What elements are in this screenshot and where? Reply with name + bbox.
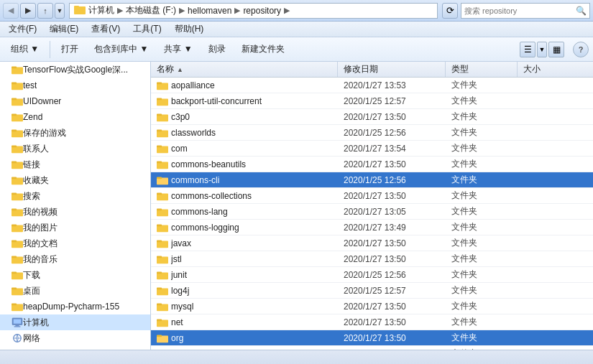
col-type-header[interactable]: 类型 [446,62,518,77]
menu-file[interactable]: 文件(F) [3,22,42,37]
svg-rect-41 [157,82,162,84]
file-date-cell: 2020/1/27 13:50 [338,317,446,327]
sidebar-item-contacts[interactable]: 联系人 [0,141,150,157]
table-row[interactable]: backport-util-concurrent 2020/1/25 12:57… [151,93,593,109]
sidebar-item-tensorflow[interactable]: TensorFlow实战Google深... [0,62,150,78]
svg-rect-29 [12,272,17,274]
search-bar[interactable]: 🔍 [461,3,590,19]
table-row[interactable]: junit 2020/1/25 12:56 文件夹 [151,267,593,283]
sidebar-item-savedgames[interactable]: 保存的游戏 [0,125,150,141]
table-row[interactable]: org 2020/1/27 13:50 文件夹 [151,330,593,346]
sidebar-item-computer[interactable]: 计算机 [0,314,150,330]
sidebar-label: 联系人 [23,143,49,155]
table-row[interactable]: com 2020/1/27 13:54 文件夹 [151,141,593,157]
sidebar-item-search[interactable]: 搜索 [0,188,150,204]
up-button[interactable]: ↑ [37,3,53,19]
burn-button[interactable]: 刻录 [202,40,232,58]
file-type-cell: 文件夹 [446,253,518,265]
toolbar: 组织 ▼ 打开 包含到库中 ▼ 共享 ▼ 刻录 新建文件夹 ☰ ▼ ▦ ? [0,37,593,62]
path-sep-1: ▶ [117,6,123,15]
sidebar-item-downloads[interactable]: 下载 [0,267,150,283]
path-hellomaven[interactable]: hellomaven [188,6,231,16]
path-repository[interactable]: repository [243,6,281,16]
sidebar-item-test[interactable]: test [0,78,150,93]
new-folder-label: 新建文件夹 [242,43,285,55]
toolbar-sep-1 [50,41,50,58]
organize-label: 组织 ▼ [11,43,39,55]
col-date-header[interactable]: 修改日期 [338,62,446,77]
svg-rect-73 [157,335,162,337]
nav-buttons: ◀ ▶ ↑ ▼ [3,3,65,19]
table-row[interactable]: net 2020/1/27 13:50 文件夹 [151,314,593,330]
file-type-cell: 文件夹 [446,190,518,202]
table-row[interactable]: classworlds 2020/1/25 12:56 文件夹 [151,125,593,141]
sidebar-item-music[interactable]: 我的音乐 [0,251,150,267]
menu-edit[interactable]: 编辑(E) [44,22,84,37]
sidebar-item-zend[interactable]: Zend [0,109,150,125]
sidebar-item-videos[interactable]: 我的视频 [0,204,150,220]
file-date-cell: 2020/1/27 13:50 [338,302,446,312]
file-date-cell: 2020/1/27 13:50 [338,254,446,264]
sidebar-item-desktop[interactable]: 桌面 [0,283,150,299]
svg-rect-27 [12,256,17,258]
sidebar-item-pictures[interactable]: 我的图片 [0,220,150,235]
table-row[interactable]: xpp3 2020/1/27 13:54 文件夹 [151,346,593,350]
open-label: 打开 [61,43,78,55]
file-type-cell: 文件夹 [446,284,518,297]
sidebar-label: 搜索 [23,190,40,202]
svg-rect-21 [12,209,17,211]
table-row[interactable]: log4j 2020/1/25 12:57 文件夹 [151,283,593,299]
table-row[interactable]: jstl 2020/1/27 13:50 文件夹 [151,251,593,267]
sidebar-item-documents[interactable]: 我的文档 [0,235,150,251]
path-computer[interactable]: 计算机 [88,4,114,17]
table-row[interactable]: aopalliance 2020/1/27 13:53 文件夹 [151,78,593,93]
sidebar-item-network[interactable]: 网络 [0,330,150,346]
details-pane-button[interactable]: ▦ [548,42,564,57]
table-row[interactable]: commons-collections 2020/1/27 13:50 文件夹 [151,188,593,204]
menu-view[interactable]: 查看(V) [86,22,126,37]
path-disk[interactable]: 本地磁盘 (F:) [126,4,176,17]
path-bar[interactable]: 计算机 ▶ 本地磁盘 (F:) ▶ hellomaven ▶ repositor… [69,3,438,19]
sidebar-item-favorites[interactable]: 收藏夹 [0,172,150,188]
svg-rect-19 [12,193,17,195]
menu-help[interactable]: 帮助(H) [169,22,210,37]
menu-tools[interactable]: 工具(T) [127,22,167,37]
refresh-button[interactable]: ⟳ [442,3,458,19]
sidebar-item-links[interactable]: 链接 [0,157,150,172]
table-row[interactable]: commons-logging 2020/1/27 13:49 文件夹 [151,220,593,235]
table-row[interactable]: commons-lang 2020/1/27 13:05 文件夹 [151,204,593,220]
content-area[interactable]: 名称 ▲ 修改日期 类型 大小 aopalliance 2020/1/27 13… [151,62,593,350]
folder-icon [12,144,23,154]
folder-icon [157,286,168,296]
table-row[interactable]: commons-cli 2020/1/25 12:56 文件夹 [151,172,593,188]
sidebar-item-heapdump[interactable]: heapDump-Pycharm-155 [0,299,150,314]
col-name-header[interactable]: 名称 ▲ [151,62,338,77]
menu-bar: 文件(F) 编辑(E) 查看(V) 工具(T) 帮助(H) [0,22,593,37]
view-dropdown-button[interactable]: ▼ [537,42,547,57]
table-row[interactable]: mysql 2020/1/27 13:50 文件夹 [151,299,593,314]
path-sep-2: ▶ [179,6,185,15]
file-type-cell: 文件夹 [446,111,518,123]
table-row[interactable]: commons-beanutils 2020/1/27 13:50 文件夹 [151,157,593,172]
table-row[interactable]: c3p0 2020/1/27 13:50 文件夹 [151,109,593,125]
open-button[interactable]: 打开 [55,40,85,58]
table-row[interactable]: javax 2020/1/27 13:50 文件夹 [151,235,593,251]
sidebar-item-uidowner[interactable]: UIDowner [0,93,150,109]
new-folder-button[interactable]: 新建文件夹 [235,40,291,58]
view-mode-button[interactable]: ☰ [520,42,535,57]
search-input[interactable] [464,6,573,15]
recent-button[interactable]: ▼ [55,3,65,19]
folder-icon-path [74,4,86,17]
svg-rect-31 [12,288,17,290]
organize-button[interactable]: 组织 ▼ [4,40,45,58]
back-button[interactable]: ◀ [3,3,19,19]
include-library-button[interactable]: 包含到库中 ▼ [88,40,155,58]
file-name-cell: commons-cli [151,175,338,185]
forward-button[interactable]: ▶ [20,3,36,19]
file-type-cell: 文件夹 [446,221,518,233]
svg-rect-5 [12,83,17,85]
help-button[interactable]: ? [573,42,589,57]
share-button[interactable]: 共享 ▼ [157,40,198,58]
svg-rect-1 [74,6,79,8]
col-size-header[interactable]: 大小 [518,62,593,77]
